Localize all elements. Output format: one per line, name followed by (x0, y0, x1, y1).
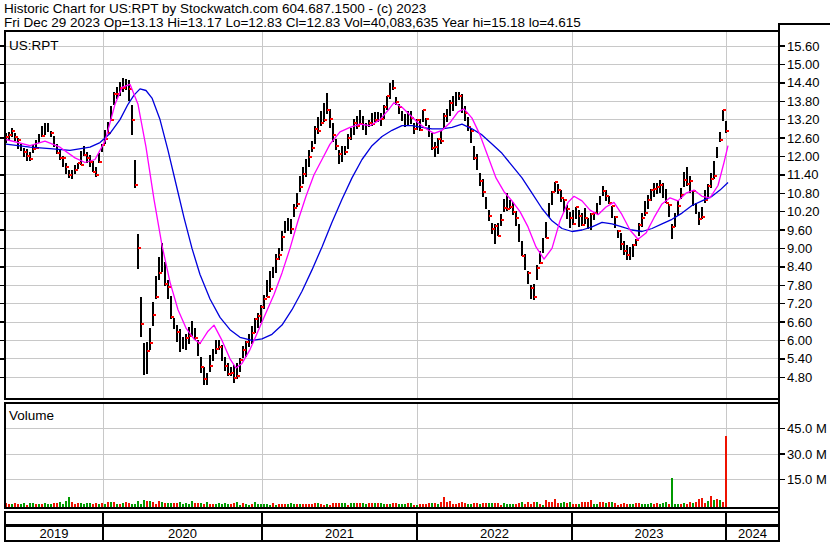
price-tick-label: 10.20 (787, 204, 820, 219)
gridlines (5, 32, 779, 507)
year-label: 2019 (40, 526, 69, 541)
price-tick-label: 9.00 (787, 241, 812, 256)
stockwatch-historic-chart-window: Historic Chart for US:RPT by Stockwatch.… (0, 0, 830, 543)
price-tick-label: 6.60 (787, 315, 812, 330)
price-tick-label: 10.80 (787, 186, 820, 201)
price-tick-label: 12.60 (787, 131, 820, 146)
price-tick-label: 11.40 (787, 167, 819, 182)
header-line2: Fri Dec 29 2023 Op=13.13 Hi=13.17 Lo=12.… (4, 15, 581, 30)
header-line1: Historic Chart for US:RPT by Stockwatch.… (4, 1, 426, 16)
price-tick-label: 12.00 (787, 149, 820, 164)
price-tick-label: 15.00 (787, 57, 820, 72)
volume-bars (6, 436, 726, 507)
chart-header: Historic Chart for US:RPT by Stockwatch.… (4, 1, 581, 30)
volume-tick-label: 45.0 M (787, 421, 827, 436)
price-tick-label: 15.60 (787, 39, 820, 54)
price-tick-label: 14.40 (787, 75, 820, 90)
price-tick-label: 13.20 (787, 112, 820, 127)
price-pane (5, 31, 779, 399)
moving-average-lines (6, 84, 728, 368)
grid-lines (5, 32, 779, 507)
year-label: 2021 (325, 526, 354, 541)
volume-tick-label: 30.0 M (787, 447, 827, 462)
price-tick-label: 9.60 (787, 223, 812, 238)
year-label: 2020 (168, 526, 197, 541)
candlestick-series (6, 78, 729, 385)
tick-marks (0, 46, 785, 480)
price-tick-label: 7.80 (787, 278, 812, 293)
ma-slow-line (6, 89, 728, 341)
volume-up-bars (12, 478, 720, 508)
year-label: 2023 (635, 526, 664, 541)
price-tick-label: 13.80 (787, 94, 820, 109)
volume-tick-label: 15.0 M (787, 472, 827, 487)
symbol-label: US:RPT (9, 38, 59, 53)
volume-pane (5, 403, 779, 508)
price-tick-label: 6.00 (787, 333, 812, 348)
candle-high-low-bars (6, 78, 726, 385)
x-axis-strip-row (5, 512, 779, 525)
year-label: 2022 (480, 526, 509, 541)
historic-chart: Historic Chart for US:RPT by Stockwatch.… (0, 0, 830, 543)
volume-pane-label: Volume (9, 408, 54, 423)
volume-down-bars (6, 436, 726, 507)
axis-tick-marks (0, 46, 785, 480)
price-tick-label: 5.40 (787, 351, 812, 366)
price-tick-label: 8.40 (787, 259, 812, 274)
price-tick-label: 7.20 (787, 296, 812, 311)
year-label: 2024 (738, 526, 767, 541)
price-tick-label: 4.80 (787, 370, 812, 385)
